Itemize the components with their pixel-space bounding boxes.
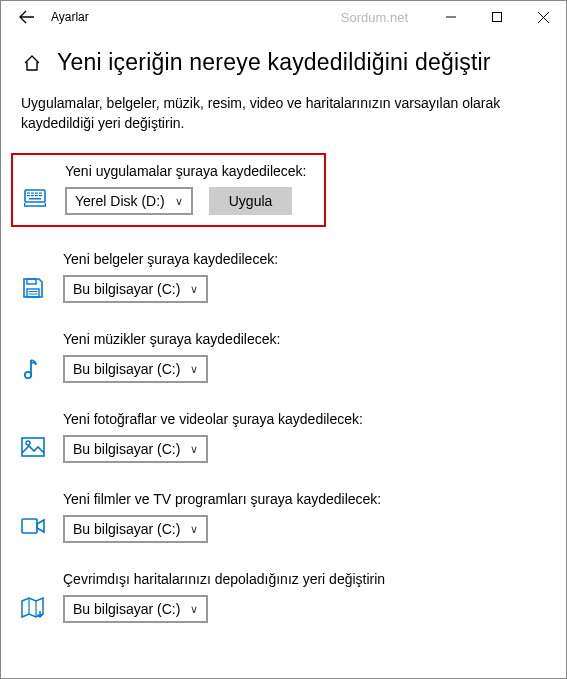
- docs-dropdown-value: Bu bilgisayar (C:): [73, 281, 180, 297]
- highlight-box: Yeni uygulamalar şuraya kaydedilecek: Ye…: [11, 153, 326, 227]
- row-apps: Yeni uygulamalar şuraya kaydedilecek: Ye…: [23, 163, 314, 215]
- save-icon: [22, 277, 44, 299]
- apply-button[interactable]: Uygula: [209, 187, 293, 215]
- chevron-down-icon: ∨: [190, 443, 198, 456]
- row-maps: Çevrimdışı haritalarınızı depoladığınız …: [21, 571, 546, 623]
- close-button[interactable]: [520, 1, 566, 33]
- photo-icon: [21, 437, 45, 457]
- svg-rect-12: [39, 195, 42, 196]
- row-photos: Yeni fotoğraflar ve videolar şuraya kayd…: [21, 411, 546, 463]
- svg-rect-15: [27, 289, 39, 297]
- svg-rect-19: [22, 438, 44, 456]
- svg-rect-7: [35, 193, 38, 194]
- row-movies: Yeni filmler ve TV programları şuraya ka…: [21, 491, 546, 543]
- video-icon: [21, 517, 45, 535]
- svg-rect-21: [22, 519, 37, 533]
- page-title: Yeni içeriğin nereye kaydedildiğini deği…: [57, 49, 491, 76]
- svg-point-20: [26, 441, 30, 445]
- photos-dropdown[interactable]: Bu bilgisayar (C:) ∨: [63, 435, 208, 463]
- svg-rect-13: [29, 198, 41, 200]
- svg-rect-11: [35, 195, 38, 196]
- music-icon: [23, 357, 43, 381]
- docs-dropdown[interactable]: Bu bilgisayar (C:) ∨: [63, 275, 208, 303]
- svg-point-18: [25, 372, 31, 378]
- watermark: Sordum.net: [341, 10, 408, 25]
- svg-rect-10: [31, 195, 34, 196]
- page-header: Yeni içeriğin nereye kaydedildiğini deği…: [1, 33, 566, 94]
- music-dropdown-value: Bu bilgisayar (C:): [73, 361, 180, 377]
- maps-dropdown[interactable]: Bu bilgisayar (C:) ∨: [63, 595, 208, 623]
- chevron-down-icon: ∨: [190, 603, 198, 616]
- maps-label: Çevrimdışı haritalarınızı depoladığınız …: [63, 571, 546, 587]
- minimize-button[interactable]: [428, 1, 474, 33]
- photos-dropdown-value: Bu bilgisayar (C:): [73, 441, 180, 457]
- page-description: Uygulamalar, belgeler, müzik, resim, vid…: [1, 94, 566, 153]
- svg-rect-5: [27, 193, 30, 194]
- svg-rect-6: [31, 193, 34, 194]
- chevron-down-icon: ∨: [190, 523, 198, 536]
- apps-label: Yeni uygulamalar şuraya kaydedilecek:: [65, 163, 314, 179]
- movies-dropdown[interactable]: Bu bilgisayar (C:) ∨: [63, 515, 208, 543]
- docs-label: Yeni belgeler şuraya kaydedilecek:: [63, 251, 546, 267]
- svg-rect-8: [39, 193, 42, 194]
- svg-rect-1: [493, 13, 502, 22]
- maps-dropdown-value: Bu bilgisayar (C:): [73, 601, 180, 617]
- music-dropdown[interactable]: Bu bilgisayar (C:) ∨: [63, 355, 208, 383]
- apps-icon: [24, 189, 46, 207]
- maximize-button[interactable]: [474, 1, 520, 33]
- apps-dropdown-value: Yerel Disk (D:): [75, 193, 165, 209]
- apps-dropdown[interactable]: Yerel Disk (D:) ∨: [65, 187, 193, 215]
- chevron-down-icon: ∨: [190, 363, 198, 376]
- home-icon[interactable]: [21, 52, 43, 74]
- titlebar: Ayarlar Sordum.net: [1, 1, 566, 33]
- movies-dropdown-value: Bu bilgisayar (C:): [73, 521, 180, 537]
- svg-rect-9: [27, 195, 30, 196]
- map-icon: [21, 597, 45, 619]
- chevron-down-icon: ∨: [175, 195, 183, 208]
- row-music: Yeni müzikler şuraya kaydedilecek: Bu bi…: [21, 331, 546, 383]
- back-button[interactable]: [7, 1, 47, 33]
- window-title: Ayarlar: [51, 10, 89, 24]
- movies-label: Yeni filmler ve TV programları şuraya ka…: [63, 491, 546, 507]
- chevron-down-icon: ∨: [190, 283, 198, 296]
- music-label: Yeni müzikler şuraya kaydedilecek:: [63, 331, 546, 347]
- photos-label: Yeni fotoğraflar ve videolar şuraya kayd…: [63, 411, 546, 427]
- row-docs: Yeni belgeler şuraya kaydedilecek: Bu bi…: [21, 251, 546, 303]
